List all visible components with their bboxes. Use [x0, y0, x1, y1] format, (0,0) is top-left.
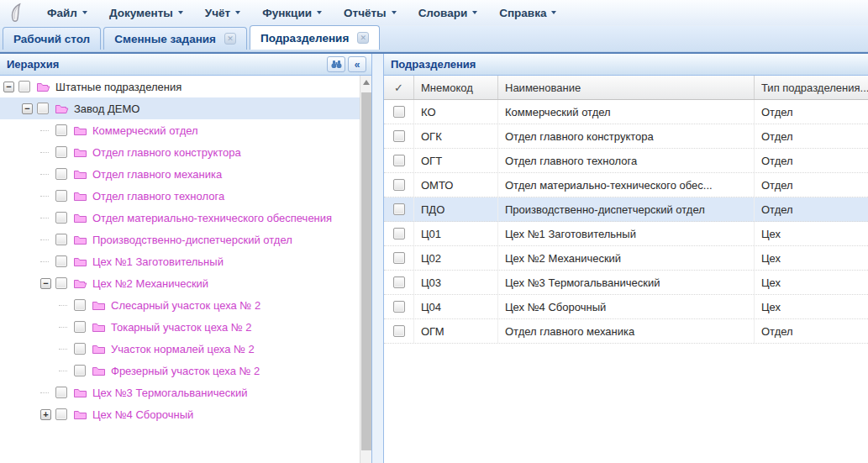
tree-checkbox[interactable] — [74, 343, 86, 355]
tree-item[interactable]: Отдел материально-технического обеспечен… — [0, 207, 360, 229]
tree-checkbox[interactable] — [55, 277, 67, 289]
tree-item[interactable]: Отдел главного механика — [0, 163, 360, 185]
column-header-type[interactable]: Тип подразделения... — [755, 76, 868, 99]
tree-checkbox[interactable] — [18, 81, 30, 92]
tree-checkbox[interactable] — [74, 321, 86, 333]
tree-item[interactable]: −Штатные подразделения — [0, 76, 360, 97]
expander-slot — [40, 239, 55, 240]
table-row[interactable]: ОГТОтдел главного технологаОтдел — [384, 149, 868, 173]
close-icon[interactable]: ✕ — [224, 33, 236, 45]
expander-slot[interactable]: − — [40, 278, 55, 289]
scroll-up-icon[interactable] — [363, 80, 370, 85]
tree-item[interactable]: −Цех №2 Механический — [0, 272, 360, 294]
column-header-name[interactable]: Наименование — [498, 76, 755, 99]
row-checkbox[interactable] — [393, 106, 405, 118]
tree-item[interactable]: Слесарный участок цеха № 2 — [0, 294, 360, 316]
tree-item[interactable]: Отдел главного технолога — [0, 185, 360, 207]
collapse-node-icon[interactable]: − — [22, 103, 33, 114]
close-icon[interactable]: ✕ — [357, 32, 369, 44]
cell-name: Цех №1 Заготовительный — [498, 222, 755, 245]
tree-item[interactable]: Производственно-диспетчерский отдел — [0, 229, 360, 250]
menu-item-help[interactable]: Справка — [488, 0, 567, 25]
column-header-check[interactable]: ✓ — [384, 76, 414, 99]
tree-item[interactable]: Цех №1 Заготовительный — [0, 250, 360, 272]
tree-checkbox[interactable] — [55, 255, 67, 267]
row-checkbox[interactable] — [393, 179, 405, 191]
table-row[interactable]: Ц02Цех №2 МеханическийЦех — [384, 246, 868, 271]
row-checkbox-cell — [384, 197, 414, 221]
binoculars-icon — [331, 60, 342, 69]
expander-slot — [59, 327, 74, 328]
expander-slot — [59, 349, 74, 350]
tree-checkbox[interactable] — [37, 103, 49, 114]
tree-item-label: Отдел главного конструктора — [92, 146, 241, 159]
folder-icon — [73, 124, 87, 136]
row-checkbox[interactable] — [393, 130, 405, 142]
menu-item-functions[interactable]: Функции — [251, 0, 333, 25]
tree-checkbox[interactable] — [55, 408, 67, 420]
tree-checkbox[interactable] — [55, 387, 67, 398]
table-row[interactable]: ПДОПроизводственно-диспетчерский отделОт… — [384, 197, 868, 222]
table-row[interactable]: ОМТООтдел материально-технического обес.… — [384, 173, 868, 197]
tree-item[interactable]: Фрезерный участок цеха № 2 — [0, 360, 360, 381]
tree-guide-line — [59, 349, 67, 350]
tree-item[interactable]: Цех №3 Термогальванический — [0, 381, 360, 403]
tree-checkbox[interactable] — [55, 124, 67, 136]
tree-checkbox[interactable] — [74, 299, 86, 311]
search-button[interactable] — [327, 56, 345, 72]
collapse-left-icon: « — [355, 59, 360, 71]
departments-panel-title: Подразделения — [391, 58, 476, 71]
row-checkbox[interactable] — [393, 325, 405, 337]
expand-node-icon[interactable]: + — [40, 409, 51, 420]
scrollbar-thumb[interactable] — [361, 92, 371, 450]
row-checkbox[interactable] — [393, 228, 405, 239]
folder-icon — [92, 299, 106, 311]
tree-guide-line — [40, 239, 49, 240]
row-checkbox-cell — [384, 173, 414, 197]
hierarchy-panel: Иерархия « −Штатные подразделения−Завод … — [0, 54, 372, 463]
tree-scrollbar[interactable] — [360, 76, 371, 463]
tree-item[interactable]: Участок нормалей цеха № 2 — [0, 338, 360, 360]
menu-item-file[interactable]: Файл — [36, 0, 98, 25]
tree-item[interactable]: −Завод ДЕМО — [0, 97, 360, 119]
tree-item[interactable]: Токарный участок цеха № 2 — [0, 316, 360, 338]
table-row[interactable]: Ц01Цех №1 ЗаготовительныйЦех — [384, 222, 868, 246]
expander-slot[interactable]: − — [3, 82, 18, 92]
table-row[interactable]: Ц04Цех №4 СборочныйЦех — [384, 295, 868, 319]
menu-item-accounting[interactable]: Учёт — [194, 0, 251, 25]
tree-checkbox[interactable] — [55, 234, 67, 245]
expander-slot[interactable]: − — [22, 103, 37, 114]
tree-checkbox[interactable] — [55, 146, 67, 158]
table-row[interactable]: Ц03Цех №3 ТермогальваническийЦех — [384, 271, 868, 295]
row-checkbox[interactable] — [393, 252, 405, 264]
table-row[interactable]: КОКоммерческий отделОтдел — [384, 100, 868, 124]
collapse-panel-button[interactable]: « — [348, 56, 366, 72]
tree-item-label: Цех №3 Термогальванический — [92, 387, 248, 399]
collapse-node-icon[interactable]: − — [3, 82, 14, 92]
tree-checkbox[interactable] — [55, 212, 67, 224]
row-checkbox[interactable] — [393, 276, 405, 288]
tab-shift-tasks[interactable]: Сменные задания✕ — [103, 27, 247, 50]
menu-item-reports[interactable]: Отчёты — [333, 0, 408, 25]
menu-item-dictionaries[interactable]: Словари — [408, 0, 489, 25]
tree-checkbox[interactable] — [55, 168, 67, 180]
menu-item-documents[interactable]: Документы — [98, 0, 194, 25]
row-checkbox[interactable] — [393, 155, 405, 166]
collapse-node-icon[interactable]: − — [40, 278, 51, 289]
panel-splitter[interactable] — [372, 54, 383, 463]
tree-checkbox[interactable] — [74, 365, 86, 376]
folder-icon — [73, 234, 87, 245]
tab-departments[interactable]: Подразделения✕ — [250, 25, 380, 50]
expander-slot[interactable]: + — [40, 409, 55, 420]
row-checkbox[interactable] — [393, 301, 405, 313]
row-checkbox[interactable] — [393, 203, 405, 215]
table-row[interactable]: ОГКОтдел главного конструктораОтдел — [384, 124, 868, 149]
tree-item[interactable]: Отдел главного конструктора — [0, 141, 360, 163]
column-header-code[interactable]: Мнемокод — [414, 76, 498, 99]
tree-item[interactable]: +Цех №4 Сборочный — [0, 403, 360, 425]
cell-type: Цех — [755, 246, 868, 270]
table-row[interactable]: ОГМОтдел главного механикаОтдел — [384, 319, 868, 344]
tab-desktop[interactable]: Рабочий стол — [3, 27, 101, 50]
tree-checkbox[interactable] — [55, 190, 67, 202]
tree-item[interactable]: Коммерческий отдел — [0, 119, 360, 141]
